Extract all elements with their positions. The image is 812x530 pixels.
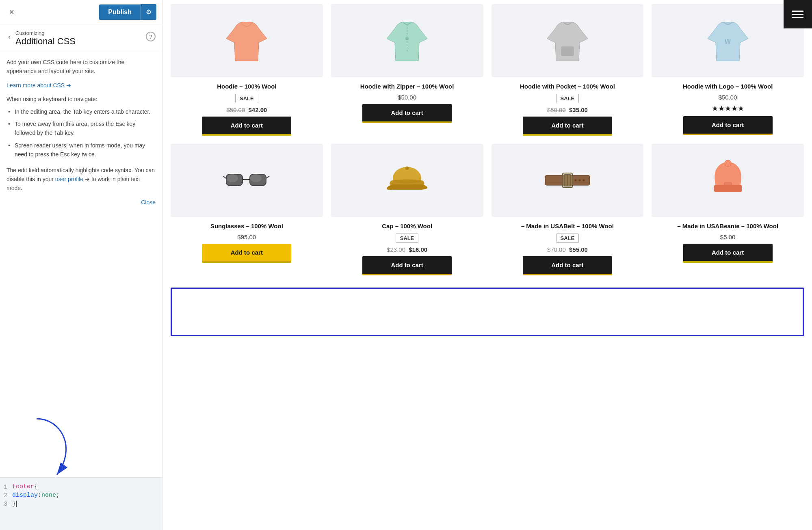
edit-field-text: The edit field automatically highlights … [6, 166, 156, 193]
customizing-header: ‹ Customizing Additional CSS ? [0, 24, 162, 51]
user-profile-link[interactable]: user profile [55, 176, 83, 182]
product-title-8: – Made in USABeanie – 100% Wool [677, 222, 778, 230]
stars-4: ★★★★★ [712, 104, 744, 113]
line-code-2: display:none; [12, 492, 60, 499]
add-to-cart-button-3[interactable]: Add to cart [523, 117, 612, 136]
products-grid: Hoodie – 100% Wool SALE $50.00 $42.00 Ad… [162, 0, 812, 283]
product-price-4: $50.00 [719, 94, 737, 101]
svg-point-11 [250, 174, 262, 182]
svg-line-9 [266, 176, 269, 178]
product-card-7: – Made in USABelt – 100% Wool SALE $70.0… [492, 144, 644, 275]
keyboard-section: When using a keyboard to navigate: In th… [6, 95, 156, 159]
sale-badge-7: SALE [556, 234, 579, 243]
add-to-cart-button-6[interactable]: Add to cart [362, 256, 452, 275]
svg-text:W: W [725, 38, 731, 45]
product-card-5: Sunglasses – 100% Wool $95.00 Add to car… [171, 144, 323, 275]
add-to-cart-button-5[interactable]: Add to cart [202, 244, 291, 263]
hamburger-line-1 [792, 11, 803, 12]
hamburger-line-3 [792, 17, 803, 18]
code-editor[interactable]: 1 footer{ 2 display:none; 3 } [0, 477, 162, 530]
product-title-1: Hoodie – 100% Wool [217, 82, 276, 91]
product-title-4: Hoodie with Logo – 100% Wool [683, 82, 773, 91]
gear-button[interactable]: ⚙ [141, 4, 156, 20]
intro-text: Add your own CSS code here to customize … [6, 58, 156, 76]
bullet-1: In the editing area, the Tab key enters … [6, 107, 156, 116]
add-to-cart-button-2[interactable]: Add to cart [362, 104, 452, 123]
help-icon[interactable]: ? [146, 32, 156, 41]
line-code-3: } [12, 500, 17, 507]
svg-rect-24 [724, 182, 732, 189]
add-to-cart-button-1[interactable]: Add to cart [202, 117, 291, 136]
product-title-3: Hoodie with Pocket – 100% Wool [520, 82, 615, 91]
product-price-1: $50.00 $42.00 [226, 106, 267, 113]
product-card-2: Hoodie with Zipper – 100% Wool $50.00 Ad… [331, 4, 483, 136]
svg-rect-3 [561, 47, 574, 56]
hamburger-line-2 [792, 14, 803, 15]
close-x-button[interactable]: × [6, 5, 17, 19]
product-title-5: Sunglasses – 100% Wool [210, 222, 283, 230]
keyboard-heading: When using a keyboard to navigate: [6, 95, 156, 104]
close-link[interactable]: Close [6, 198, 156, 207]
customizing-text-group: Customizing Additional CSS [12, 30, 146, 47]
sale-badge-1: SALE [235, 94, 258, 103]
product-card-8: – Made in USABeanie – 100% Wool $5.00 Ad… [652, 144, 804, 275]
product-title-2: Hoodie with Zipper – 100% Wool [360, 82, 454, 91]
learn-css-link[interactable]: Learn more about CSS ➔ [6, 81, 71, 90]
product-price-3: $50.00 $35.00 [547, 106, 588, 113]
left-panel: × Publish ⚙ ‹ Customizing Additional CSS… [0, 0, 162, 530]
line-num-3: 3 [0, 501, 12, 507]
customizing-title: Additional CSS [15, 36, 146, 47]
publish-button[interactable]: Publish [99, 4, 141, 20]
code-line-2: 2 display:none; [0, 491, 162, 500]
sale-badge-3: SALE [556, 94, 579, 103]
line-num-1: 1 [0, 484, 12, 490]
hamburger-lines [792, 11, 803, 18]
product-price-8: $5.00 [720, 234, 736, 240]
product-card-6: Cap – 100% Wool SALE $23.00 $16.00 Add t… [331, 144, 483, 275]
panel-content: Add your own CSS code here to customize … [0, 51, 162, 477]
learn-link-para: Learn more about CSS ➔ [6, 81, 156, 90]
product-image-4: W [652, 4, 804, 77]
product-image-1 [171, 4, 323, 77]
product-price-6: $23.00 $16.00 [387, 246, 427, 253]
product-image-8 [652, 144, 804, 217]
svg-point-21 [582, 180, 585, 182]
product-image-6 [331, 144, 483, 217]
svg-point-2 [405, 37, 409, 40]
bullet-2: To move away from this area, press the E… [6, 119, 156, 138]
code-lines: 1 footer{ 2 display:none; 3 } [0, 482, 162, 508]
back-button[interactable]: ‹ [6, 31, 12, 43]
product-image-7 [492, 144, 644, 217]
bullet-3: Screen reader users: when in forms mode,… [6, 141, 156, 159]
code-line-1: 1 footer{ [0, 482, 162, 491]
publish-group: Publish ⚙ [99, 4, 156, 20]
svg-point-13 [393, 179, 421, 183]
svg-point-10 [227, 174, 238, 182]
svg-point-20 [578, 180, 580, 182]
product-price-7: $70.00 $55.00 [547, 246, 588, 253]
bullet-list: In the editing area, the Tab key enters … [6, 107, 156, 159]
product-image-2 [331, 4, 483, 77]
footer-placeholder [171, 288, 804, 336]
add-to-cart-button-4[interactable]: Add to cart [683, 116, 773, 135]
product-price-2: $50.00 [398, 94, 416, 101]
sale-badge-6: SALE [396, 234, 419, 243]
product-card-1: Hoodie – 100% Wool SALE $50.00 $42.00 Ad… [171, 4, 323, 136]
line-code-1: footer{ [12, 483, 38, 490]
top-bar: × Publish ⚙ [0, 0, 162, 24]
product-image-5 [171, 144, 323, 217]
line-num-2: 2 [0, 492, 12, 499]
add-to-cart-button-7[interactable]: Add to cart [523, 256, 612, 275]
product-card-4: W Hoodie with Logo – 100% Wool $50.00 ★★… [652, 4, 804, 136]
svg-point-19 [574, 180, 576, 182]
svg-point-14 [405, 167, 409, 170]
svg-point-23 [725, 160, 731, 167]
code-line-3: 3 } [0, 500, 162, 508]
customizing-label: Customizing [15, 30, 146, 36]
add-to-cart-button-8[interactable]: Add to cart [683, 244, 773, 263]
right-panel: Hoodie – 100% Wool SALE $50.00 $42.00 Ad… [162, 0, 812, 530]
product-title-6: Cap – 100% Wool [382, 222, 432, 230]
product-image-3 [492, 4, 644, 77]
product-title-7: – Made in USABelt – 100% Wool [521, 222, 614, 230]
hamburger-menu[interactable] [784, 0, 812, 28]
